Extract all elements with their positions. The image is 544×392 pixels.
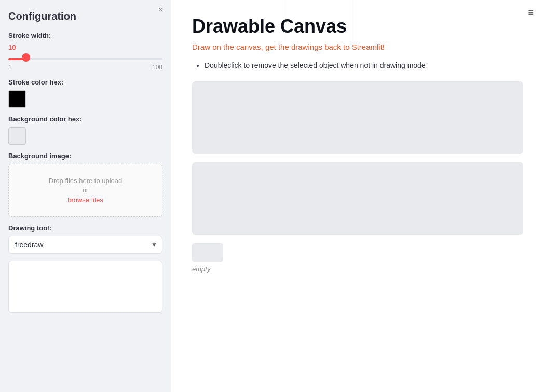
page-title: Drawable Canvas: [192, 16, 523, 37]
bg-image-label: Background image:: [8, 152, 162, 160]
browse-files-link[interactable]: browse files: [17, 196, 154, 204]
sidebar-title: Configuration: [8, 10, 162, 22]
canvas-area-1[interactable]: [192, 81, 523, 154]
slider-min-label: 1: [8, 64, 12, 71]
sidebar: × Configuration Stroke width: 10 1 100 S…: [0, 0, 171, 392]
empty-card-container: empty: [192, 243, 523, 273]
stroke-width-section: Stroke width: 10 1 100: [8, 32, 162, 78]
drawing-tool-dropdown-container: freedraw line rect circle transform ▼: [8, 236, 162, 254]
stroke-width-range-labels: 1 100: [8, 64, 162, 71]
slider-max-label: 100: [152, 64, 162, 71]
stroke-width-label: Stroke width:: [8, 32, 162, 39]
sidebar-canvas-preview: [8, 261, 162, 313]
menu-icon[interactable]: ≡: [528, 7, 534, 18]
stroke-width-slider[interactable]: [8, 58, 162, 60]
close-button[interactable]: ×: [158, 5, 164, 15]
bg-color-section: Background color hex:: [8, 115, 162, 152]
main-content: ≡ Drawable Canvas Draw on the canvas, ge…: [171, 0, 544, 392]
drawing-tool-select[interactable]: freedraw line rect circle transform: [8, 236, 162, 254]
page-subtitle: Draw on the canvas, get the drawings bac…: [192, 43, 523, 51]
drawing-tool-section: Drawing tool: freedraw line rect circle …: [8, 224, 162, 254]
empty-card: [192, 243, 223, 262]
info-bullets: Doubleclick to remove the selected objec…: [192, 60, 523, 71]
bg-image-section: Background image: Drop files here to upl…: [8, 152, 162, 224]
file-upload-zone[interactable]: Drop files here to upload or browse file…: [8, 164, 162, 217]
drop-text: Drop files here to upload: [17, 177, 154, 185]
stroke-width-slider-container: [8, 53, 162, 62]
empty-label: empty: [192, 265, 523, 273]
bg-color-label: Background color hex:: [8, 115, 162, 123]
stroke-color-section: Stroke color hex:: [8, 78, 162, 115]
stroke-color-swatch[interactable]: [8, 90, 26, 108]
stroke-width-value: 10: [8, 44, 162, 51]
bg-color-container: [8, 127, 162, 145]
stroke-color-container: [8, 90, 162, 108]
bg-color-swatch[interactable]: [8, 127, 26, 145]
stroke-color-label: Stroke color hex:: [8, 78, 162, 86]
bullet-item-1: Doubleclick to remove the selected objec…: [205, 60, 523, 71]
or-text: or: [17, 187, 154, 194]
canvas-area-2[interactable]: [192, 162, 523, 235]
drawing-tool-label: Drawing tool:: [8, 224, 162, 232]
